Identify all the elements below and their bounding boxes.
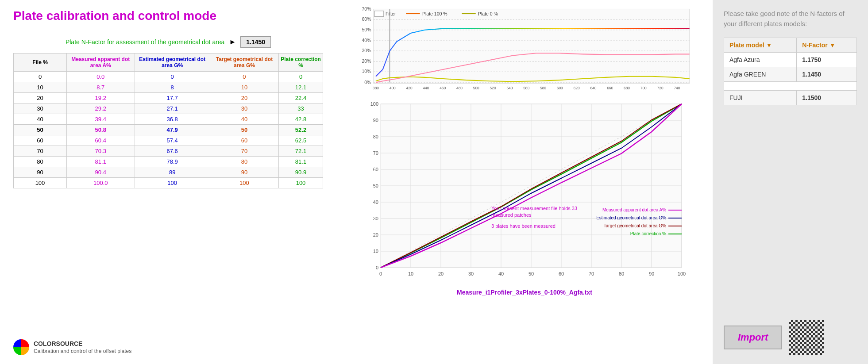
svg-text:440: 440 xyxy=(423,86,429,90)
svg-text:Plate 0 %: Plate 0 % xyxy=(478,11,498,16)
svg-text:0%: 0% xyxy=(364,80,371,85)
svg-text:20: 20 xyxy=(438,271,444,276)
svg-text:0: 0 xyxy=(376,265,378,270)
svg-text:20: 20 xyxy=(373,232,378,238)
svg-text:3 plates have been measured: 3 plates have been measured xyxy=(491,223,556,229)
calibration-table: File % Measured apparent dot area A% Est… xyxy=(13,53,323,188)
plate-table-row xyxy=(724,82,857,91)
svg-text:420: 420 xyxy=(406,86,413,90)
svg-text:70: 70 xyxy=(589,271,594,276)
svg-text:Filter: Filter xyxy=(386,11,396,16)
logo-area: COLORSOURCE Calibration and control of t… xyxy=(13,330,323,355)
table-row: 90 90.4 89 90 90.9 xyxy=(14,167,323,178)
table-row: 70 70.3 67.6 70 72.1 xyxy=(14,146,323,157)
svg-text:30%: 30% xyxy=(362,48,371,53)
svg-text:40: 40 xyxy=(373,199,378,205)
svg-text:90: 90 xyxy=(373,118,378,123)
svg-text:80: 80 xyxy=(619,271,624,276)
svg-text:380: 380 xyxy=(373,86,379,90)
middle-panel: 70% 60% 50% 40% 30% 20% 10% 0% 380 400 4… xyxy=(336,0,713,364)
svg-text:600: 600 xyxy=(557,86,563,90)
svg-text:660: 660 xyxy=(607,86,613,90)
nfactor-header: N-Factor ▼ xyxy=(797,38,857,53)
svg-text:50%: 50% xyxy=(362,27,371,32)
svg-text:100: 100 xyxy=(370,101,378,107)
logo-icon xyxy=(13,339,29,355)
table-row: 10 8.7 8 10 12.1 xyxy=(14,82,323,93)
svg-text:40%: 40% xyxy=(362,38,371,43)
svg-text:50: 50 xyxy=(373,183,378,188)
svg-text:480: 480 xyxy=(456,86,463,90)
svg-text:30: 30 xyxy=(373,216,378,221)
svg-text:460: 460 xyxy=(440,86,446,90)
svg-text:Your present measurement file : Your present measurement file holds 33 xyxy=(491,206,577,211)
svg-text:580: 580 xyxy=(540,86,546,90)
svg-text:680: 680 xyxy=(624,86,630,90)
col-header-file: File % xyxy=(14,54,67,72)
import-button[interactable]: Import xyxy=(724,326,782,349)
svg-text:70%: 70% xyxy=(362,6,371,11)
col-header-target: Target geometrical dot area G% xyxy=(210,54,278,72)
svg-text:Measured apparent dot area A%: Measured apparent dot area A% xyxy=(602,207,666,212)
svg-text:520: 520 xyxy=(490,86,496,90)
nfactor-label-text: Plate N-Factor for assessment of the geo… xyxy=(66,38,225,46)
svg-text:Estimated geometrical dot area: Estimated geometrical dot area G% xyxy=(596,215,666,220)
svg-rect-0 xyxy=(374,9,690,84)
page-title: Plate calibration and control mode xyxy=(13,9,323,23)
svg-text:100: 100 xyxy=(678,271,686,276)
svg-text:10: 10 xyxy=(373,249,378,254)
plate-table-row: Agfa Azura 1.1750 xyxy=(724,53,857,67)
svg-text:measured patches: measured patches xyxy=(491,212,532,218)
brand-subtitle: Calibration and control of the offset pl… xyxy=(34,348,131,354)
col-header-estimated: Estimated geometrical dot area G% xyxy=(135,54,210,72)
plate-table-row: Agfa GREEN 1.1450 xyxy=(724,67,857,82)
svg-text:720: 720 xyxy=(657,86,664,90)
svg-text:Plate 100 %: Plate 100 % xyxy=(422,11,448,16)
svg-text:70: 70 xyxy=(373,150,378,156)
dot-area-svg: 100 90 80 70 60 50 40 30 20 10 0 0 10 20… xyxy=(343,100,706,285)
svg-rect-37 xyxy=(374,11,384,17)
table-row: 60 60.4 57.4 60 62.5 xyxy=(14,135,323,146)
svg-text:60: 60 xyxy=(373,167,378,172)
table-row: 40 39.4 36.8 40 42.8 xyxy=(14,114,323,125)
nfactor-value: 1.1450 xyxy=(240,36,271,48)
svg-text:Plate correction %: Plate correction % xyxy=(630,231,666,236)
svg-text:90: 90 xyxy=(649,271,654,276)
checkerboard-preview xyxy=(789,320,824,355)
svg-text:10%: 10% xyxy=(362,69,371,74)
svg-text:400: 400 xyxy=(390,86,396,90)
plate-model-table: Plate model ▼ N-Factor ▼ Agfa Azura 1.17… xyxy=(724,38,857,105)
svg-text:40: 40 xyxy=(498,271,504,276)
svg-text:60: 60 xyxy=(559,271,564,276)
table-row: 80 81.1 78.9 80 81.1 xyxy=(14,157,323,167)
note-text: Please take good note of the N-factors o… xyxy=(724,9,848,29)
svg-text:700: 700 xyxy=(640,86,647,90)
svg-text:Target geometrical dot area G%: Target geometrical dot area G% xyxy=(604,223,666,228)
spectral-svg: 70% 60% 50% 40% 30% 20% 10% 0% 380 400 4… xyxy=(343,4,706,97)
table-row: 20 19.2 17.7 20 22.4 xyxy=(14,93,323,103)
right-panel: Please take good note of the N-factors o… xyxy=(713,0,868,364)
svg-text:20%: 20% xyxy=(362,58,371,64)
table-row: 100 100.0 100 100 100 xyxy=(14,178,323,188)
filename-text: Measure_i1Profiler_3xPlates_0-100%_Agfa.… xyxy=(457,289,592,296)
svg-text:540: 540 xyxy=(506,86,513,90)
table-row: 30 29.2 27.1 30 33 xyxy=(14,103,323,114)
plate-model-header: Plate model ▼ xyxy=(724,38,797,53)
svg-text:0: 0 xyxy=(379,271,382,276)
svg-text:640: 640 xyxy=(590,86,596,90)
svg-text:10: 10 xyxy=(408,271,413,276)
plate-table-row: FUJI 1.1500 xyxy=(724,91,857,105)
svg-text:560: 560 xyxy=(523,86,529,90)
spectral-chart: 70% 60% 50% 40% 30% 20% 10% 0% 380 400 4… xyxy=(343,4,706,97)
nfactor-row: Plate N-Factor for assessment of the geo… xyxy=(13,36,323,48)
left-panel: Plate calibration and control mode Plate… xyxy=(0,0,336,364)
col-header-measured: Measured apparent dot area A% xyxy=(67,54,135,72)
table-row: 0 0.0 0 0 0 xyxy=(14,72,323,82)
import-area: Import xyxy=(724,320,857,355)
dot-area-chart: 100 90 80 70 60 50 40 30 20 10 0 0 10 20… xyxy=(343,100,706,285)
col-header-plate: Plate correction % xyxy=(279,54,323,72)
svg-text:50: 50 xyxy=(529,271,534,276)
table-row: 50 50.8 47.9 50 52.2 xyxy=(14,125,323,135)
svg-text:30: 30 xyxy=(468,271,474,276)
brand-name: COLORSOURCE xyxy=(34,340,131,347)
